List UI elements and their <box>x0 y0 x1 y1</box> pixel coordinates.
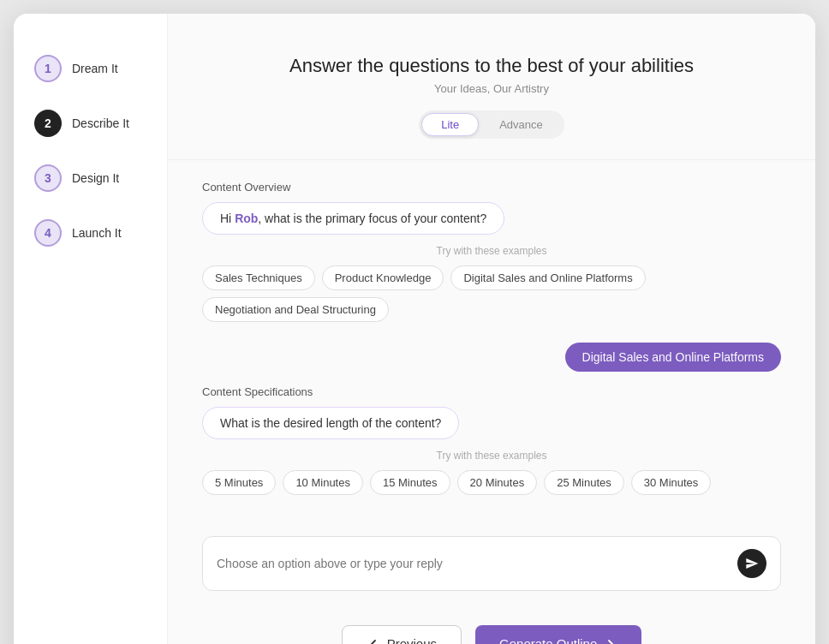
toggle-advance[interactable]: Advance <box>480 113 562 136</box>
question-bubble-1: Hi Rob, what is the primary focus of you… <box>202 202 504 235</box>
chip-20min[interactable]: 20 Minutes <box>457 470 538 495</box>
sidebar-item-label-launch-it: Launch It <box>72 226 122 240</box>
question-suffix: , what is the primary focus of your cont… <box>258 212 486 225</box>
content-specs-label: Content Specifications <box>202 385 781 398</box>
send-button[interactable] <box>737 549 766 578</box>
chip-10min[interactable]: 10 Minutes <box>283 470 363 495</box>
arrow-right-icon <box>604 637 617 645</box>
chip-15min[interactable]: 15 Minutes <box>370 470 450 495</box>
content-overview-section: Content Overview Hi Rob, what is the pri… <box>202 181 781 372</box>
send-icon <box>745 557 759 570</box>
user-name: Rob <box>235 212 258 225</box>
selected-chip-digital-sales: Digital Sales and Online Platforms <box>565 343 781 372</box>
chip-30min[interactable]: 30 Minutes <box>631 470 712 495</box>
chip-5min[interactable]: 5 Minutes <box>202 470 276 495</box>
question-prefix: Hi <box>220 212 235 225</box>
content-specifications-section: Content Specifications What is the desir… <box>202 385 781 495</box>
previous-button[interactable]: Previous <box>342 625 462 644</box>
page-header: Answer the questions to the best of your… <box>168 14 815 159</box>
sidebar-item-design-it[interactable]: 3 Design It <box>34 164 119 192</box>
main-panel: Answer the questions to the best of your… <box>168 14 815 644</box>
chip-digital-sales[interactable]: Digital Sales and Online Platforms <box>450 265 645 290</box>
step-1-circle: 1 <box>34 55 62 82</box>
question-bubble-2: What is the desired length of the conten… <box>202 407 459 439</box>
reply-area <box>168 536 815 608</box>
toggle-lite[interactable]: Lite <box>421 113 479 136</box>
content-overview-label: Content Overview <box>202 181 781 194</box>
mode-toggle[interactable]: Lite Advance <box>419 110 564 139</box>
sidebar-item-label-dream-it: Dream It <box>72 62 118 75</box>
sidebar-item-launch-it[interactable]: 4 Launch It <box>34 219 122 247</box>
step-3-circle: 3 <box>34 164 62 192</box>
chip-negotiation[interactable]: Negotiation and Deal Structuring <box>202 297 389 322</box>
content-area: Content Overview Hi Rob, what is the pri… <box>168 160 815 536</box>
sidebar: 1 Dream It 2 Describe It 3 Design It 4 L… <box>14 14 168 644</box>
sidebar-item-label-design-it: Design It <box>72 171 119 185</box>
chip-sales-techniques[interactable]: Sales Techniques <box>202 265 315 290</box>
arrow-left-icon <box>367 637 380 645</box>
page-title: Answer the questions to the best of your… <box>188 55 795 77</box>
sidebar-item-describe-it[interactable]: 2 Describe It <box>34 110 129 137</box>
step-4-circle: 4 <box>34 219 62 247</box>
chip-product-knowledge[interactable]: Product Knowledge <box>322 265 444 290</box>
try-label-2: Try with these examples <box>202 450 781 462</box>
reply-box <box>202 536 781 591</box>
content-specs-chips: 5 Minutes 10 Minutes 15 Minutes 20 Minut… <box>202 470 781 495</box>
try-label-1: Try with these examples <box>202 245 781 257</box>
footer: Previous Generate Outline <box>168 608 815 644</box>
sidebar-item-dream-it[interactable]: 1 Dream It <box>34 55 118 82</box>
sidebar-item-label-describe-it: Describe It <box>72 116 129 130</box>
chip-25min[interactable]: 25 Minutes <box>544 470 624 495</box>
content-overview-chips: Sales Techniques Product Knowledge Digit… <box>202 265 781 322</box>
step-2-circle: 2 <box>34 110 62 137</box>
page-subtitle: Your Ideas, Our Artistry <box>188 82 795 95</box>
selected-answer-1: Digital Sales and Online Platforms <box>202 343 781 372</box>
generate-outline-button[interactable]: Generate Outline <box>475 625 641 644</box>
reply-input[interactable] <box>217 557 729 570</box>
